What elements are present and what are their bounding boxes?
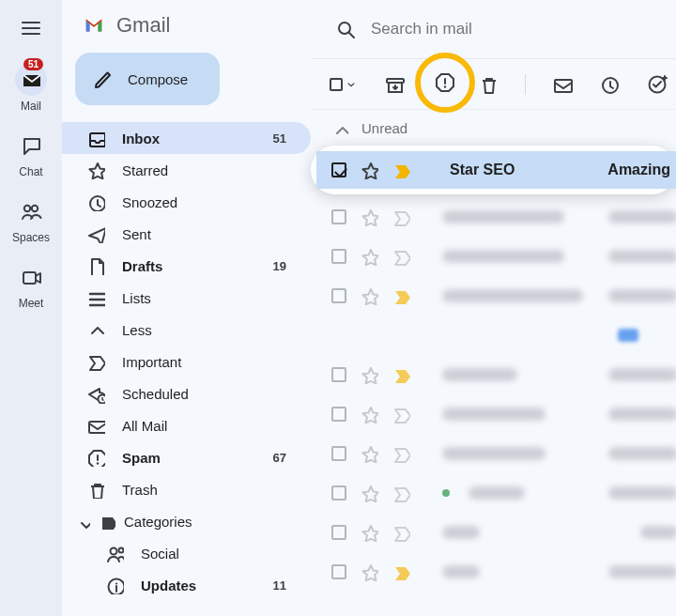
compose-label: Compose (128, 71, 188, 87)
blurred-sender (442, 565, 480, 578)
list-item[interactable] (311, 237, 676, 276)
rail-meet[interactable]: Meet (15, 261, 47, 310)
gmail-logo-icon (81, 15, 107, 36)
add-task-button[interactable] (646, 73, 668, 96)
folder-categories[interactable]: Categories (62, 505, 311, 537)
star-icon[interactable] (360, 444, 378, 463)
blurred-subject (608, 565, 676, 578)
folder-social[interactable]: Social (62, 537, 311, 569)
important-marker-icon[interactable] (392, 365, 410, 384)
star-icon[interactable] (360, 523, 378, 542)
important-marker-icon[interactable] (392, 286, 410, 305)
folder-starred[interactable]: Starred (62, 154, 311, 186)
important-marker-icon[interactable] (392, 444, 410, 463)
row-checkbox[interactable] (331, 209, 346, 224)
inbox-icon (86, 129, 105, 147)
report-spam-button[interactable] (415, 53, 475, 113)
important-marker-icon[interactable] (392, 484, 410, 502)
star-icon[interactable] (360, 208, 378, 226)
folder-sent-label: Sent (122, 226, 286, 242)
rail-mail[interactable]: 51 Mail (15, 64, 47, 113)
trash-icon (86, 480, 105, 499)
compose-button[interactable]: Compose (75, 53, 220, 105)
blurred-subject (608, 210, 676, 223)
list-item[interactable] (311, 355, 676, 394)
important-marker-icon[interactable] (392, 208, 410, 226)
email-list (311, 197, 676, 592)
important-icon (86, 352, 105, 371)
important-marker-icon[interactable] (392, 562, 410, 581)
important-marker-icon[interactable] (392, 405, 410, 424)
delete-button[interactable] (478, 74, 499, 95)
spam-icon (434, 71, 456, 94)
blurred-sender (442, 408, 545, 421)
star-icon[interactable] (360, 161, 378, 179)
star-icon[interactable] (360, 247, 378, 266)
folder-inbox[interactable]: Inbox 51 (62, 122, 311, 154)
search-bar (311, 0, 676, 58)
snooze-button[interactable] (599, 74, 620, 95)
rail-chat[interactable]: Chat (15, 130, 47, 178)
star-icon[interactable] (360, 405, 378, 424)
star-icon[interactable] (360, 562, 378, 581)
folder-drafts-count: 19 (273, 259, 286, 273)
star-icon[interactable] (360, 365, 378, 384)
list-item[interactable] (311, 473, 676, 513)
row-checkbox[interactable] (331, 288, 346, 303)
row-checkbox[interactable] (331, 249, 346, 264)
draft-icon (86, 256, 105, 275)
search-icon[interactable] (335, 19, 356, 39)
select-all[interactable] (330, 78, 358, 91)
row-checkbox[interactable] (331, 564, 346, 579)
rail-mail-label: Mail (21, 100, 41, 113)
star-icon[interactable] (360, 484, 378, 502)
gmail-logo[interactable]: Gmail (62, 13, 311, 38)
row-checkbox[interactable] (331, 525, 346, 540)
important-marker-icon[interactable] (392, 161, 410, 179)
list-item[interactable] (311, 316, 676, 355)
folder-drafts[interactable]: Drafts 19 (62, 250, 311, 282)
list-item[interactable] (311, 434, 676, 473)
folder-spam[interactable]: Spam 67 (62, 441, 311, 473)
row-checkbox[interactable] (331, 485, 346, 500)
folder-sent[interactable]: Sent (62, 218, 311, 250)
row-checkbox[interactable] (331, 407, 346, 422)
section-unread[interactable]: Unread (311, 109, 676, 146)
search-input[interactable] (371, 20, 615, 38)
folder-scheduled[interactable]: Scheduled (62, 377, 311, 409)
list-item[interactable] (311, 276, 676, 316)
folder-snoozed[interactable]: Snoozed (62, 186, 311, 218)
row-checkbox[interactable] (331, 446, 346, 461)
blurred-sender (442, 210, 564, 223)
checkbox-icon (330, 78, 343, 91)
main-menu-button[interactable] (20, 17, 42, 39)
folder-updates-count: 11 (273, 578, 286, 593)
important-marker-icon[interactable] (392, 247, 410, 266)
mark-read-button[interactable] (552, 74, 573, 95)
list-item[interactable] (311, 394, 676, 434)
row-checkbox[interactable] (331, 162, 346, 177)
star-icon[interactable] (360, 286, 378, 305)
blurred-subject (608, 486, 676, 500)
folder-important[interactable]: Important (62, 346, 311, 377)
app-rail: 51 Mail Chat Spaces Meet (0, 0, 62, 616)
archive-button[interactable] (384, 74, 405, 95)
email-row-selected[interactable]: Star SEO Amazing (316, 151, 676, 189)
caret-down-icon (345, 78, 358, 91)
list-item[interactable] (311, 552, 676, 592)
mail-badge: 51 (23, 58, 43, 70)
folder-less[interactable]: Less (62, 314, 311, 346)
blurred-sender (442, 368, 517, 381)
row-checkbox[interactable] (331, 367, 346, 382)
folder-trash[interactable]: Trash (62, 473, 311, 505)
list-item[interactable] (311, 513, 676, 552)
folder-updates[interactable]: Updates 11 (62, 569, 311, 601)
list-item[interactable] (311, 197, 676, 237)
blurred-subject (608, 408, 676, 421)
folder-allmail[interactable]: All Mail (62, 409, 311, 441)
rail-spaces[interactable]: Spaces (12, 195, 50, 244)
folder-lists[interactable]: Lists (62, 282, 311, 314)
folder-categories-label: Categories (124, 514, 286, 530)
spam-icon (86, 448, 105, 467)
important-marker-icon[interactable] (392, 523, 410, 542)
